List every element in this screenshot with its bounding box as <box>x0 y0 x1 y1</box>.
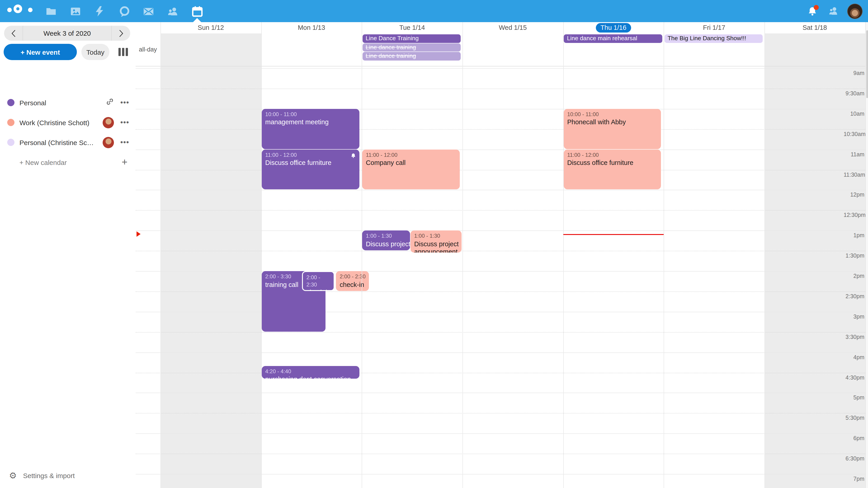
day-header-fri[interactable]: Fri 1/17 <box>664 22 765 33</box>
time-axis-label: 10am <box>844 109 864 119</box>
all-day-event[interactable]: Line dance main rehearsal <box>564 34 662 43</box>
time-axis-label: 2pm <box>844 271 864 281</box>
day-header-row: Sun 1/12Mon 1/13Tue 1/14Wed 1/15Thu 1/16… <box>135 22 868 33</box>
time-axis-label: 3:30pm <box>844 332 864 341</box>
activity-icon[interactable] <box>90 3 108 20</box>
gear-icon: ⚙ <box>9 470 17 481</box>
calendar-event[interactable]: 10:00 - 11:00Phonecall with Abby <box>563 109 661 149</box>
next-week-button[interactable] <box>112 26 130 41</box>
new-calendar-button[interactable]: + New calendar+ <box>0 152 135 172</box>
contacts-icon[interactable] <box>164 3 182 20</box>
new-event-button[interactable]: + New event <box>4 44 77 60</box>
weekend-column-shading <box>160 66 261 488</box>
calendar-event[interactable]: 1:00 - 1:30Discuss project announcement <box>362 230 410 250</box>
settings-import-label: Settings & import <box>23 471 74 479</box>
previous-week-button[interactable] <box>4 26 23 41</box>
all-day-event[interactable]: Line Dance Training <box>363 34 461 43</box>
event-time: 1:00 - 1:30 <box>414 233 460 240</box>
calendar-event[interactable]: 1:00 - 1:30Discuss project announcement <box>410 230 462 253</box>
time-axis-label: 6pm <box>844 434 864 443</box>
event-time: 11:00 - 12:00 <box>265 152 358 159</box>
time-axis-label: 3pm <box>844 312 864 321</box>
settings-import-button[interactable]: ⚙ Settings & import <box>0 466 75 484</box>
time-axis-label: 12:30pm <box>844 211 864 220</box>
hour-gridline <box>135 433 868 434</box>
current-week-label[interactable]: Week 3 of 2020 <box>23 26 112 41</box>
hour-gridline <box>135 109 868 109</box>
talk-icon[interactable] <box>115 3 133 20</box>
calendar-list-item[interactable]: Personal••• <box>0 93 135 112</box>
time-axis-label: 4:30pm <box>844 373 864 382</box>
event-title: Discuss project announcement <box>366 240 408 248</box>
calendar-actions-menu[interactable]: ••• <box>120 119 129 127</box>
all-day-row: all-day Line Dance TrainingLine dance tr… <box>135 33 868 66</box>
day-header-wed[interactable]: Wed 1/15 <box>463 22 563 33</box>
time-axis-label: 9:30am <box>844 89 864 98</box>
calendar-list-item[interactable]: Work (Christine Schott)••• <box>0 112 135 132</box>
time-axis-label: 5pm <box>844 393 864 402</box>
event-title: Discuss office furniture <box>265 159 358 167</box>
day-header-thu[interactable]: Thu 1/16 <box>563 22 664 33</box>
calendar-event[interactable]: 11:00 - 12:00Discuss office furniture <box>563 149 661 190</box>
today-button[interactable]: Today <box>81 44 110 60</box>
time-axis-label: 6:30pm <box>844 454 864 463</box>
calendar-event[interactable]: 11:00 - 12:00Discuss office furniture <box>261 149 359 190</box>
hour-gridline <box>135 68 868 69</box>
notifications-bell-icon[interactable] <box>806 4 819 18</box>
all-day-event[interactable]: Line dance training <box>363 52 461 61</box>
half-hour-gridline <box>135 89 868 89</box>
day-header-mon[interactable]: Mon 1/13 <box>261 22 362 33</box>
event-time: 11:00 - 12:00 <box>366 152 458 159</box>
time-axis-label: 1:30pm <box>844 251 864 260</box>
time-axis-label: 5:30pm <box>844 414 864 423</box>
calendar-event[interactable]: 10:00 - 11:00management meeting <box>261 109 359 149</box>
calendar-event[interactable]: 2:00 - 2:30check-in <box>302 271 335 291</box>
calendar-actions-menu[interactable]: ••• <box>120 98 129 107</box>
day-header-sat[interactable]: Sat 1/18 <box>765 22 865 33</box>
hour-gridline <box>135 312 868 312</box>
event-title: Discuss office furniture <box>567 159 659 167</box>
event-time: 2:00 - 2:30 <box>340 273 367 281</box>
calendar-event[interactable]: 11:00 - 12:00Company call <box>362 149 460 190</box>
all-day-label: all-day <box>135 33 157 66</box>
weekend-column-shading <box>160 33 261 66</box>
all-day-event[interactable]: Line dance training <box>363 43 461 52</box>
nextcloud-logo[interactable] <box>7 4 33 18</box>
today-pill: Thu 1/16 <box>596 23 631 33</box>
calendar-actions-menu[interactable]: ••• <box>120 138 129 147</box>
calendar-list-item[interactable]: Personal (Christine Schott)••• <box>0 132 135 152</box>
half-hour-gridline <box>135 413 868 414</box>
files-icon[interactable] <box>42 3 60 20</box>
scrollbar-thumb[interactable] <box>866 30 868 98</box>
vertical-scrollbar[interactable] <box>865 22 868 488</box>
hour-gridline <box>135 352 868 353</box>
user-avatar[interactable] <box>847 3 863 19</box>
shared-by-avatar <box>103 117 114 128</box>
photos-icon[interactable] <box>66 3 85 20</box>
hour-gridline <box>135 271 868 271</box>
current-time-arrow <box>136 231 141 237</box>
calendar-sidebar: Week 3 of 2020 + New event Today Persona… <box>0 22 135 488</box>
all-day-event[interactable]: The Big Line Dancing Show!!! <box>664 34 763 43</box>
event-time: 10:00 - 11:00 <box>567 111 659 118</box>
contacts-menu-icon[interactable] <box>827 4 840 18</box>
day-header-tue[interactable]: Tue 1/14 <box>362 22 463 33</box>
half-hour-gridline <box>135 332 868 332</box>
time-axis-label: 4pm <box>844 353 864 362</box>
half-hour-gridline <box>135 291 868 292</box>
calendar-event[interactable]: 2:00 - 2:30check-in <box>336 271 369 291</box>
column-border <box>563 22 563 488</box>
calendar-icon[interactable] <box>188 3 206 20</box>
mail-icon[interactable] <box>139 3 157 20</box>
active-app-indicator <box>193 18 201 22</box>
day-header-sun[interactable]: Sun 1/12 <box>160 22 261 33</box>
share-link-icon[interactable] <box>106 98 114 107</box>
calendar-event[interactable]: 4:20 - 4:40purchasing dept conversation <box>261 366 359 379</box>
event-title: management meeting <box>265 119 358 127</box>
hour-gridline <box>135 474 868 475</box>
hour-gridline <box>135 149 868 150</box>
half-hour-gridline <box>135 251 868 251</box>
time-axis-label: 2:30pm <box>844 292 864 301</box>
view-switcher-icon[interactable] <box>119 48 128 56</box>
plus-icon: + <box>122 156 127 168</box>
